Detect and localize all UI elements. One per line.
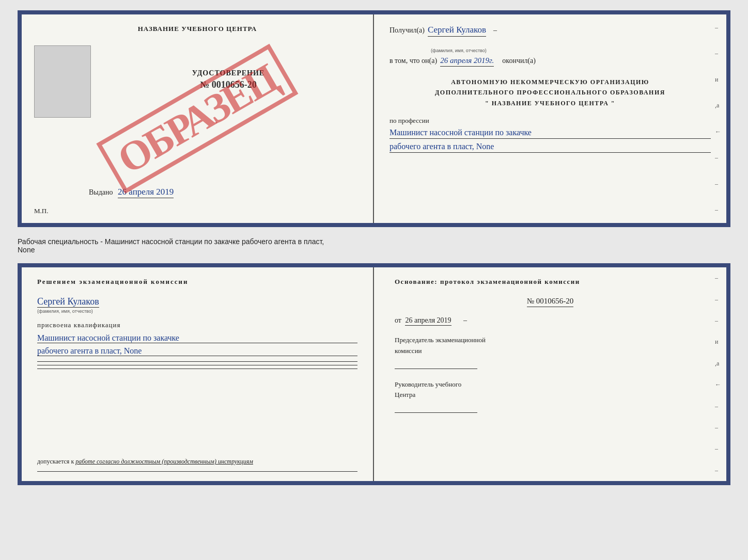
- bottom-date: 26 апреля 2019: [405, 316, 451, 326]
- osnovanie-title: Основание: протокол экзаменационной коми…: [395, 278, 706, 286]
- org-line3: " НАЗВАНИЕ УЧЕБНОГО ЦЕНТРА ": [389, 98, 711, 108]
- dopuskaetsya-line: допускается к работе согласно должностны…: [37, 458, 253, 466]
- right-dashes: – – и ,а ← – – –: [715, 14, 721, 223]
- hr1: [37, 361, 357, 362]
- mp-line: М.П.: [34, 207, 48, 215]
- bottom-fio-hint: (фамилия, имя, отчество): [37, 309, 357, 314]
- hr-bottom: [37, 471, 357, 472]
- dopuskaetsya-label: допускается к: [37, 458, 74, 465]
- v-tom-label: в том, что он(а): [389, 57, 437, 65]
- hr2: [37, 365, 357, 365]
- fio-hint: (фамилия, имя, отчество): [431, 48, 487, 53]
- protocol-number: № 0010656-20: [527, 297, 574, 307]
- rukovoditel-block: Руководитель учебного Центра: [395, 379, 706, 413]
- rukovoditel-sign-line: [395, 403, 477, 413]
- qual-line2: рабочего агента в пласт, None: [37, 346, 357, 356]
- top-left-panel: НАЗВАНИЕ УЧЕБНОГО ЦЕНТРА ОБРАЗЕЦ УДОСТОВ…: [22, 14, 374, 223]
- between-line2: None: [18, 246, 730, 254]
- profession-line2: рабочего агента в пласт, None: [389, 142, 711, 153]
- rukovoditel-label: Руководитель учебного: [395, 379, 706, 390]
- prisvoena-label: присвоена квалификация: [37, 321, 357, 329]
- qual-line1: Машинист насосной станции по закачке: [37, 333, 357, 343]
- udostoverenie-block: УДОСТОВЕРЕНИЕ № 0010656-20: [192, 69, 264, 90]
- vydano-line: Выдано 26 апреля 2019: [89, 187, 174, 197]
- profession-line1: Машинист насосной станции по закачке: [389, 128, 711, 139]
- org-line1: АВТОНОМНУЮ НЕКОММЕРЧЕСКУЮ ОРГАНИЗАЦИЮ: [389, 77, 711, 87]
- predsedatel-sign-line: [395, 359, 477, 369]
- right-dashes-bottom: – – – и ,а ← – – – –: [715, 267, 721, 481]
- poluchil-label: Получил(а): [389, 26, 425, 35]
- between-text: Рабочая специальность - Машинист насосно…: [18, 235, 730, 255]
- vydano-date: 26 апреля 2019: [118, 187, 174, 198]
- predsedatel-label: Председатель экзаменационной: [395, 335, 706, 346]
- top-right-panel: Получил(а) Сергей Кулаков – (фамилия, им…: [374, 14, 726, 223]
- resheniem-title: Решением экзаменационной комиссии: [37, 278, 357, 286]
- org-block: АВТОНОМНУЮ НЕКОММЕРЧЕСКУЮ ОРГАНИЗАЦИЮ ДО…: [389, 77, 711, 108]
- dopuskaetsya-rest: работе согласно должностным (производств…: [75, 458, 253, 465]
- bottom-document: Решением экзаменационной комиссии Сергей…: [18, 263, 730, 485]
- poluchil-name: Сергей Кулаков: [428, 25, 486, 37]
- vydano-label: Выдано: [89, 188, 113, 196]
- photo-box: [34, 45, 91, 118]
- ot-label: от: [395, 316, 401, 324]
- rukovoditel-label2: Центра: [395, 390, 706, 401]
- okonchil-label: окончил(а): [502, 57, 536, 65]
- bottom-left-panel: Решением экзаменационной комиссии Сергей…: [22, 267, 374, 481]
- po-professii-label: по профессии: [389, 117, 711, 125]
- bottom-name: Сергей Кулаков: [37, 296, 99, 308]
- poluchil-line: Получил(а) Сергей Кулаков –: [389, 25, 711, 37]
- predsedatel-block: Председатель экзаменационной комиссии: [395, 335, 706, 369]
- completion-date: 26 апреля 2019г.: [440, 56, 494, 67]
- top-document: НАЗВАНИЕ УЧЕБНОГО ЦЕНТРА ОБРАЗЕЦ УДОСТОВ…: [18, 10, 730, 227]
- bottom-right-panel: Основание: протокол экзаменационной коми…: [374, 267, 726, 481]
- top-center-title: НАЗВАНИЕ УЧЕБНОГО ЦЕНТРА: [138, 25, 257, 33]
- bottom-left-lines: [37, 361, 357, 369]
- udostoverenie-title: УДОСТОВЕРЕНИЕ: [192, 69, 264, 77]
- predsedatel-label2: комиссии: [395, 346, 706, 357]
- udostoverenie-number: № 0010656-20: [192, 79, 264, 90]
- obrazets-watermark: ОБРАЗЕЦ: [96, 44, 298, 194]
- v-tom-line: в том, что он(а) 26 апреля 2019г. окончи…: [389, 56, 711, 67]
- org-line2: ДОПОЛНИТЕЛЬНОГО ПРОФЕССИОНАЛЬНОГО ОБРАЗО…: [389, 87, 711, 98]
- ot-date: от 26 апреля 2019 –: [395, 316, 706, 325]
- between-line1: Рабочая специальность - Машинист насосно…: [18, 237, 730, 246]
- hr3: [37, 369, 357, 369]
